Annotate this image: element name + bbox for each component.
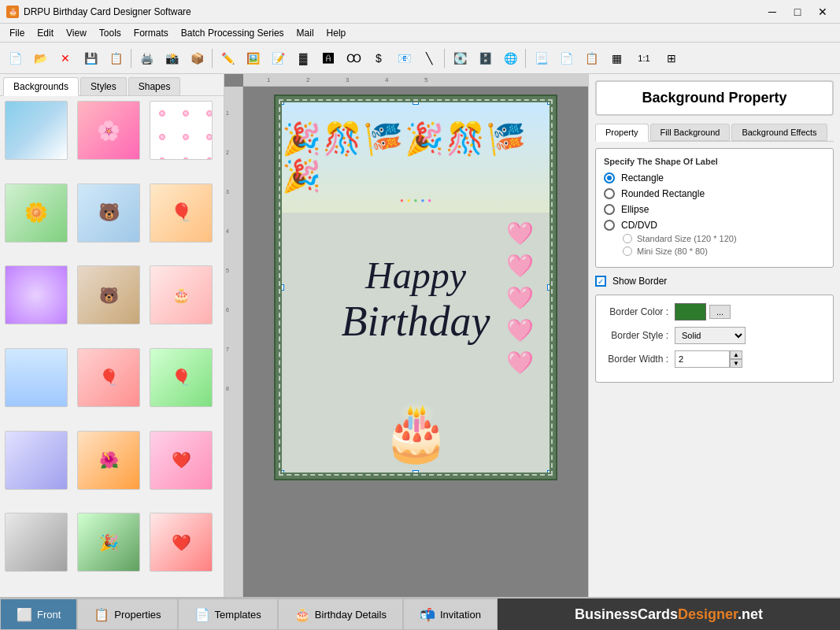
toolbar-page2[interactable]: 📄 [554,46,578,70]
toolbar-close[interactable]: ✕ [54,46,77,70]
tab-styles[interactable]: Styles [80,77,127,95]
menu-formats[interactable]: Formats [128,26,175,40]
properties-icon: 📋 [94,607,109,622]
menu-help[interactable]: Help [320,26,353,40]
templates-label: Templates [215,609,261,621]
thumbnail-17[interactable]: 🎉 [77,513,140,572]
width-increment-btn[interactable]: ▲ [730,350,742,359]
thumbnail-12[interactable]: 🎈 [150,348,213,407]
thumbnail-6[interactable]: 🎈 [150,183,213,243]
shape-section: Specify The Shape Of Label Rectangle Rou… [595,148,834,268]
menu-view[interactable]: View [60,26,93,40]
heart-2: 🩷 [506,253,534,279]
toolbar-package[interactable]: 📦 [185,46,209,70]
maximize-button[interactable]: □ [786,4,809,20]
toolbar-page3[interactable]: 📋 [579,46,603,70]
border-width-label: Border Width : [604,354,675,365]
toolbar-db[interactable]: 🗄️ [473,46,497,70]
shape-ellipse[interactable]: Ellipse [604,204,825,215]
cd-mini[interactable]: Mini Size (80 * 80) [623,246,825,256]
toolbar-grid[interactable]: ▦ [605,46,628,70]
thumbnail-5[interactable]: 🐻 [77,183,140,243]
thumbnail-11[interactable]: 🎈 [77,348,140,407]
toolbar-line[interactable]: ╲ [417,46,441,70]
heart-4: 🩷 [506,317,534,343]
menu-batch[interactable]: Batch Processing Series [175,26,290,40]
toolbar-copy[interactable]: 📋 [104,46,128,70]
width-decrement-btn[interactable]: ▼ [730,359,742,368]
tab-front[interactable]: ⬜ Front [0,598,77,630]
border-width-input[interactable] [675,350,730,368]
tab-shapes[interactable]: Shapes [128,77,181,95]
cd-radio-standard [623,234,632,243]
thumbnail-15[interactable]: ❤️ [150,431,213,490]
menu-mail[interactable]: Mail [290,26,320,40]
thumbnail-13[interactable] [5,431,68,490]
show-border-row: ✓ Show Border [595,276,834,287]
cd-standard[interactable]: Standard Size (120 * 120) [623,234,825,243]
thumbnail-3[interactable] [150,101,213,160]
toolbar-barcode[interactable]: ▓ [291,46,315,70]
border-style-select[interactable]: Solid Dashed Dotted Double [675,327,746,344]
border-color-swatch[interactable] [675,303,706,321]
thumbnail-8[interactable]: 🐻 [77,265,140,324]
thumbnail-4[interactable]: 🌼 [5,183,68,243]
shape-rounded-rect[interactable]: Rounded Rectangle [604,188,825,199]
app-title: DRPU Birthday Card Designer Software [24,6,761,17]
sub-tab-effects[interactable]: Background Effects [731,124,827,141]
toolbar-text[interactable]: 📝 [266,46,290,70]
toolbar-separator-4 [525,49,526,68]
toolbar-zoom[interactable]: 1:1 [630,46,658,70]
thumbnail-16[interactable] [5,513,68,572]
toolbar-image[interactable]: 📸 [160,46,183,70]
toolbar-picture[interactable]: 🖼️ [241,46,265,70]
toolbar-separator-2 [212,49,213,68]
thumbnail-1[interactable] [5,101,68,160]
sub-tab-fill[interactable]: Fill Background [650,124,731,141]
show-border-checkbox[interactable]: ✓ [595,276,606,287]
tab-invitation[interactable]: 📬 Invitation [403,598,498,630]
tab-backgrounds[interactable]: Backgrounds [3,77,79,96]
menu-file[interactable]: File [3,26,31,40]
thumbnail-2[interactable]: 🌸 [77,101,140,160]
tab-properties[interactable]: 📋 Properties [77,598,177,630]
thumbnail-14[interactable]: 🌺 [77,431,140,490]
card-outer[interactable]: 🎉🎊🎏🎉🎊🎏🎉 ● ● ● ● ● Happy Birthday [274,94,557,480]
menu-tools[interactable]: Tools [93,26,128,40]
toolbar-email[interactable]: 📧 [392,46,416,70]
canvas-area[interactable]: 1 2 3 4 5 1 2 3 4 5 6 7 8 🎉🎊🎏🎉🎊🎏 [224,74,588,597]
toolbar-pen[interactable]: ✏️ [216,46,239,70]
toolbar-texta[interactable]: 🅰 [316,46,340,70]
toolbar-new[interactable]: 📄 [3,46,27,70]
toolbar-web[interactable]: 🌐 [498,46,522,70]
shape-cd-dvd[interactable]: CD/DVD [604,220,825,231]
toolbar-texta2[interactable]: Ꝏ [342,46,365,70]
toolbar-dollar[interactable]: $ [367,46,390,70]
toolbar-open[interactable]: 📂 [28,46,52,70]
menu-edit[interactable]: Edit [31,26,60,40]
close-button[interactable]: ✕ [812,4,834,20]
handle-bl[interactable] [282,470,284,472]
toolbar-grid2[interactable]: ⊞ [660,46,683,70]
toolbar-disk[interactable]: 💽 [448,46,472,70]
minimize-button[interactable]: ─ [761,4,783,20]
handle-br[interactable] [547,470,550,472]
thumbnail-7[interactable] [5,265,68,324]
sub-tab-property[interactable]: Property [595,124,649,142]
tab-birthday-details[interactable]: 🎂 Birthday Details [278,598,403,630]
thumbnail-18[interactable]: ❤️ [150,513,213,572]
ruler-vertical: 1 2 3 4 5 6 7 8 [224,87,243,597]
front-icon: ⬜ [17,607,32,622]
shape-rectangle[interactable]: Rectangle [604,172,825,183]
toolbar-print[interactable]: 🖨️ [135,46,158,70]
tab-templates[interactable]: 📄 Templates [178,598,278,630]
toolbar-save[interactable]: 💾 [79,46,102,70]
border-color-browse[interactable]: ... [709,305,731,319]
border-style-row: Border Style : Solid Dashed Dotted Doubl… [604,327,825,344]
thumbnail-9[interactable]: 🎂 [150,265,213,324]
handle-bc[interactable] [413,470,419,472]
toolbar-page1[interactable]: 📃 [529,46,553,70]
thumbnail-10[interactable] [5,348,68,407]
cd-radio-mini [623,246,632,256]
hearts-decoration: 🩷 🩷 🩷 🩷 🩷 [506,220,534,376]
